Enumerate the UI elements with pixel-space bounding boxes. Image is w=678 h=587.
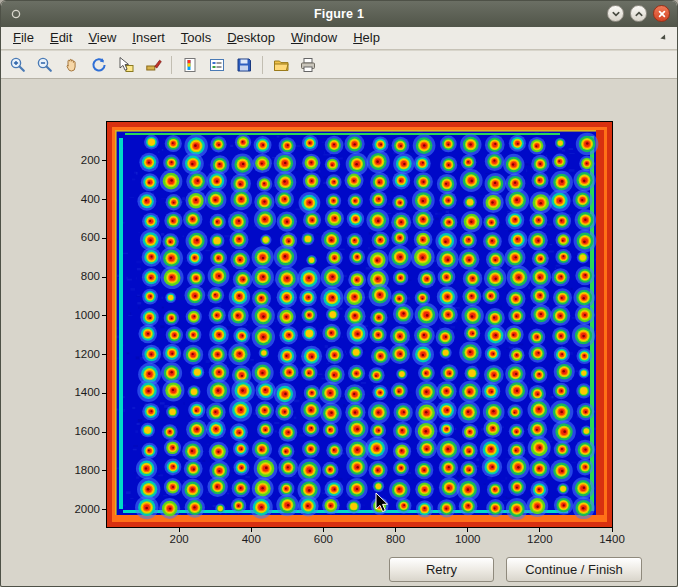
open-folder-icon[interactable] [268,52,294,78]
y-tick-mark [102,354,106,355]
zoom-out-icon[interactable] [32,52,58,78]
y-tick-label: 400 [58,193,100,205]
menu-item-tools[interactable]: Tools [173,28,219,48]
y-tick-mark [102,509,106,510]
y-tick-label: 1800 [58,464,100,476]
x-tick-label: 1400 [592,533,632,545]
save-icon[interactable] [231,52,257,78]
menu-item-window[interactable]: Window [283,28,345,48]
menubar: FileEditViewInsertToolsDesktopWindowHelp [1,27,677,50]
menu-item-help[interactable]: Help [345,28,388,48]
insert-colorbar-icon[interactable] [177,52,203,78]
y-tick-label: 800 [58,270,100,282]
pan-icon[interactable] [59,52,85,78]
x-tick-mark [612,528,613,532]
y-tick-mark [102,393,106,394]
print-icon[interactable] [295,52,321,78]
brush-icon[interactable] [140,52,166,78]
menubar-overflow-icon[interactable] [659,33,669,43]
x-tick-label: 400 [231,533,271,545]
x-tick-mark [467,528,468,532]
y-tick-mark [102,160,106,161]
figure-window: Figure 1 FileEditViewInsertToolsDesktopW… [0,0,678,587]
minimize-button[interactable] [607,5,624,22]
figure-toolbar [1,51,677,79]
plot-axes[interactable]: 2004006008001000120014002004006008001000… [106,121,613,528]
y-tick-label: 1400 [58,386,100,398]
rotate-3d-icon[interactable] [86,52,112,78]
x-tick-mark [251,528,252,532]
insert-legend-icon[interactable] [204,52,230,78]
y-tick-mark [102,470,106,471]
menu-items: FileEditViewInsertToolsDesktopWindowHelp [5,28,388,48]
close-button[interactable] [653,5,670,22]
menu-item-desktop[interactable]: Desktop [219,28,283,48]
menu-item-edit[interactable]: Edit [42,28,80,48]
continue-finish-button[interactable]: Continue / Finish [506,557,642,582]
y-tick-label: 2000 [58,503,100,515]
window-menu-icon[interactable] [10,8,22,20]
y-tick-mark [102,199,106,200]
x-tick-mark [179,528,180,532]
data-cursor-icon[interactable] [113,52,139,78]
retry-button[interactable]: Retry [389,557,494,582]
y-tick-label: 1200 [58,348,100,360]
y-tick-mark [102,432,106,433]
x-tick-label: 1200 [520,533,560,545]
x-tick-mark [323,528,324,532]
zoom-in-icon[interactable] [5,52,31,78]
image-plot[interactable] [107,122,612,527]
window-title: Figure 1 [1,7,677,21]
y-tick-label: 1000 [58,309,100,321]
toolbar-separator [171,56,172,74]
window-controls [607,5,670,22]
y-tick-label: 1600 [58,425,100,437]
x-tick-label: 1000 [448,533,488,545]
y-tick-mark [102,277,106,278]
x-tick-mark [395,528,396,532]
maximize-button[interactable] [630,5,647,22]
menu-item-file[interactable]: File [5,28,42,48]
toolbar-separator [262,56,263,74]
menu-item-view[interactable]: View [80,28,124,48]
x-tick-label: 800 [376,533,416,545]
titlebar[interactable]: Figure 1 [1,1,677,28]
y-tick-mark [102,238,106,239]
x-tick-mark [539,528,540,532]
y-tick-label: 200 [58,154,100,166]
x-tick-label: 600 [303,533,343,545]
menu-item-insert[interactable]: Insert [124,28,173,48]
x-tick-label: 200 [159,533,199,545]
y-tick-label: 600 [58,231,100,243]
y-tick-mark [102,315,106,316]
